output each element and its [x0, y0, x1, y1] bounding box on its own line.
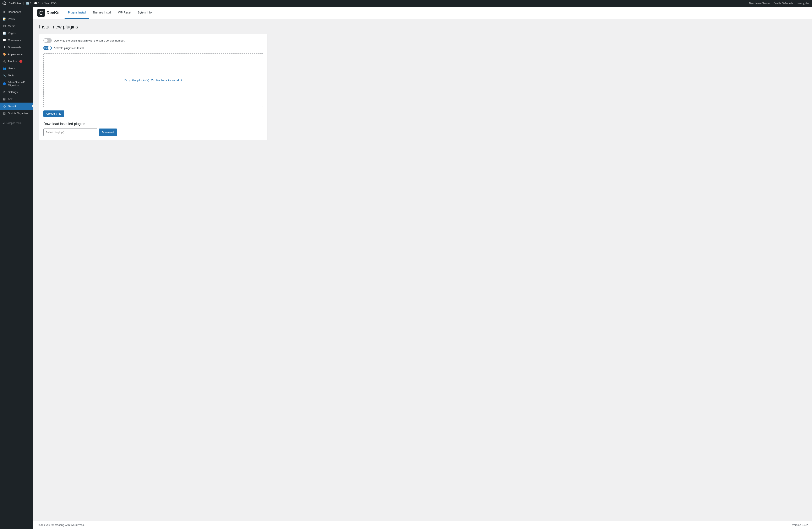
page-title: Install new plugins	[39, 24, 806, 30]
overwrite-toggle-knob	[44, 39, 47, 42]
sidebar-label-pages: Pages	[8, 32, 16, 35]
scripts-icon: ▤	[2, 111, 6, 115]
howdy-label[interactable]: Howdy, dev	[797, 2, 810, 5]
sidebar-label-settings: Settings	[8, 90, 18, 94]
settings-icon: ⚙	[2, 90, 6, 94]
upload-file-button[interactable]: Upload a file	[43, 111, 64, 117]
downloads-icon: ⬇	[2, 45, 6, 49]
sidebar-item-media[interactable]: 🖼 Media	[0, 23, 33, 29]
sidebar-item-dashboard[interactable]: ⊞ Dashboard	[0, 8, 33, 15]
plugins-icon: 🔌	[2, 59, 6, 63]
sidebar-label-users: Users	[8, 67, 15, 70]
devkit-icon: ◎	[2, 104, 6, 108]
sidebar-label-comments: Comments	[8, 39, 21, 42]
collapse-icon: ◀	[2, 122, 4, 124]
sidebar-label-dashboard: Dashboard	[8, 10, 21, 14]
devkit-logo-text: DevKit	[46, 10, 60, 15]
tab-wp-reset[interactable]: WP Reset	[115, 6, 134, 19]
download-button[interactable]: Download	[99, 129, 117, 136]
content-card: Overwrite the existing plugin with the s…	[39, 34, 267, 140]
appearance-icon: 🎨	[2, 52, 6, 56]
migration-icon: 🔵	[2, 82, 6, 86]
sidebar-item-settings[interactable]: ⚙ Settings	[0, 88, 33, 95]
footer-thanks: Thank you for creating with WordPress.	[38, 524, 85, 527]
topbar: DevKit Pro | 🔄 1 💬 0 + New EDD Deactivat…	[0, 0, 812, 6]
sidebar-item-comments[interactable]: 💬 Comments	[0, 36, 33, 44]
sidebar-label-scripts: Scripts Organizer	[8, 112, 29, 115]
pages-icon: 📄	[2, 31, 6, 35]
comments-icon: 💬	[2, 38, 6, 42]
overwrite-toggle[interactable]	[43, 38, 52, 43]
enable-safemode-link[interactable]: Enable Safemode	[773, 2, 793, 5]
sidebar-item-allinone[interactable]: 🔵 All-in-One WP Migration	[0, 79, 33, 88]
sidebar-label-downloads: Downloads	[8, 46, 21, 49]
new-button[interactable]: + New	[42, 2, 49, 5]
sidebar-label-plugins: Plugins	[8, 60, 17, 63]
activate-toggle-label: Activate plugins on Install	[54, 46, 84, 49]
users-icon: 👥	[2, 67, 6, 70]
sidebar-label-devkit: DevKit	[8, 105, 16, 108]
tab-plugins-install[interactable]: Plugins Install	[64, 6, 89, 19]
page-content-area: Install new plugins Overwrite the existi…	[33, 19, 812, 521]
footer: Thank you for creating with WordPress. V…	[33, 521, 812, 529]
collapse-label: Collapse menu	[5, 122, 22, 124]
download-section: Download installed plugins Download	[43, 122, 263, 136]
overwrite-toggle-label: Overwrite the existing plugin with the s…	[54, 39, 125, 42]
sidebar-label-acf: ACF	[8, 98, 13, 101]
plugin-select-input[interactable]	[43, 129, 97, 136]
sidebar-label-posts: Posts	[8, 17, 15, 20]
toggle-on-text: On	[44, 47, 47, 49]
footer-version: Version 6.4.2	[792, 524, 808, 527]
edd-link[interactable]: EDD	[51, 2, 57, 5]
sidebar-item-acf[interactable]: ▤ ACF	[0, 95, 33, 103]
sidebar-item-users[interactable]: 👥 Users	[0, 65, 33, 72]
sidebar-item-scripts[interactable]: ▤ Scripts Organizer	[0, 109, 33, 117]
sidebar-label-allinone: All-in-One WP Migration	[8, 80, 31, 87]
sidebar-label-media: Media	[8, 25, 15, 28]
main-content: DevKit Plugins Install Themes Install WP…	[33, 6, 812, 529]
wp-logo[interactable]	[2, 1, 6, 5]
devkit-logo: DevKit	[38, 9, 60, 17]
download-section-title: Download installed plugins	[43, 122, 263, 126]
activate-toggle-knob	[47, 46, 51, 50]
sidebar-item-pages[interactable]: 📄 Pages	[0, 29, 33, 36]
sidebar-label-appearance: Appearance	[8, 53, 23, 56]
dashboard-icon: ⊞	[2, 10, 6, 14]
sidebar-item-posts[interactable]: 📝 Posts	[0, 15, 33, 23]
deactivate-cleaner-link[interactable]: Deactivate Cleaner	[749, 2, 770, 5]
sidebar: ⊞ Dashboard 📝 Posts 🖼 Media 📄 Pages 💬 Co…	[0, 6, 33, 529]
active-arrow	[31, 104, 33, 108]
tools-icon: 🔧	[2, 73, 6, 77]
sidebar-item-plugins[interactable]: 🔌 Plugins 1	[0, 58, 33, 65]
sidebar-item-appearance[interactable]: 🎨 Appearance	[0, 51, 33, 58]
posts-icon: 📝	[2, 17, 6, 21]
tab-system-info[interactable]: Sytem Info	[134, 6, 155, 19]
sidebar-item-tools[interactable]: 🔧 Tools	[0, 72, 33, 79]
media-icon: 🖼	[2, 24, 6, 28]
activate-toggle[interactable]: On	[43, 46, 52, 50]
sidebar-item-devkit[interactable]: ◎ DevKit	[0, 103, 33, 109]
plugins-badge: 1	[19, 60, 23, 63]
site-name[interactable]: DevKit Pro	[9, 2, 20, 5]
plugin-nav: Plugins Install Themes Install WP Reset …	[64, 6, 155, 19]
acf-icon: ▤	[2, 97, 6, 101]
drop-zone-text: Drop the plugin(s) .Zip file here to ins…	[125, 78, 182, 82]
updates-count[interactable]: 🔄 1	[26, 2, 31, 5]
sidebar-item-downloads[interactable]: ⬇ Downloads	[0, 44, 33, 51]
comments-count[interactable]: 💬 0	[34, 2, 39, 5]
topbar-separator: |	[23, 2, 24, 5]
download-row: Download	[43, 129, 263, 136]
plugin-header: DevKit Plugins Install Themes Install WP…	[33, 6, 812, 19]
sidebar-label-tools: Tools	[8, 74, 14, 77]
devkit-logo-icon	[38, 9, 45, 17]
overwrite-toggle-row: Overwrite the existing plugin with the s…	[43, 38, 263, 43]
drop-zone[interactable]: Drop the plugin(s) .Zip file here to ins…	[43, 53, 263, 107]
collapse-menu-button[interactable]: ◀ Collapse menu	[0, 120, 33, 126]
activate-toggle-row: On Activate plugins on Install	[43, 46, 263, 50]
tab-themes-install[interactable]: Themes Install	[89, 6, 115, 19]
